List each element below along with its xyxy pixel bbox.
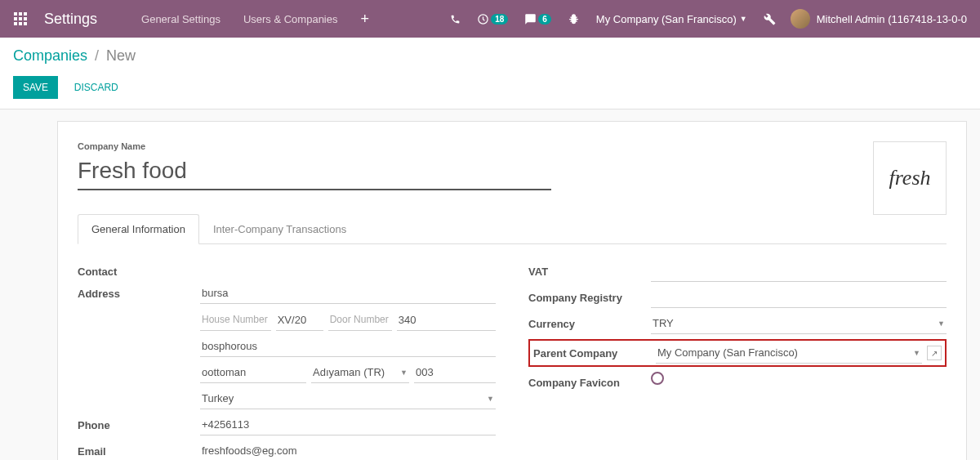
company-selector[interactable]: My Company (San Francisco) ▼ xyxy=(588,0,755,38)
door-placeholder: Door Number xyxy=(328,309,392,331)
phone-input[interactable] xyxy=(200,414,496,435)
vat-input[interactable] xyxy=(651,261,947,282)
nav-new-icon[interactable]: + xyxy=(350,11,381,28)
breadcrumb-current: New xyxy=(106,47,136,64)
vat-label: VAT xyxy=(528,261,651,278)
user-name: Mitchell Admin (1167418-13-0-0 xyxy=(817,13,967,25)
parent-company-row: Parent Company ▼ ↗ xyxy=(528,339,947,367)
nav-general-settings[interactable]: General Settings xyxy=(130,0,232,38)
email-label: Email xyxy=(78,440,200,458)
street2-input[interactable] xyxy=(200,336,496,357)
street-input[interactable] xyxy=(200,283,496,304)
company-selector-label: My Company (San Francisco) xyxy=(596,13,737,25)
nav-users-companies[interactable]: Users & Companies xyxy=(232,0,350,38)
save-button[interactable]: SAVE xyxy=(13,76,58,99)
company-logo-text: fresh xyxy=(889,166,930,190)
left-column: Contact Address . House Number Door Numb… xyxy=(78,261,496,460)
city-input[interactable] xyxy=(200,362,306,383)
tabs: General Information Inter-Company Transa… xyxy=(78,213,947,244)
house-placeholder: House Number xyxy=(200,309,271,331)
registry-input[interactable] xyxy=(651,287,947,308)
country-select[interactable] xyxy=(200,388,496,409)
avatar xyxy=(791,9,810,29)
parent-company-select[interactable] xyxy=(656,342,922,363)
activity-icon[interactable]: 18 xyxy=(469,0,516,38)
apps-icon[interactable] xyxy=(7,0,34,38)
external-link-icon[interactable]: ↗ xyxy=(927,346,942,360)
favicon-label: Company Favicon xyxy=(528,372,651,389)
registry-label: Company Registry xyxy=(528,287,651,304)
currency-select[interactable] xyxy=(651,313,947,333)
form-sheet: fresh Company Name General Information I… xyxy=(57,121,967,460)
email-input[interactable] xyxy=(200,440,496,460)
app-brand: Settings xyxy=(44,11,97,28)
debug-icon[interactable] xyxy=(559,0,588,38)
user-menu[interactable]: Mitchell Admin (1167418-13-0-0 xyxy=(784,0,973,38)
door-input[interactable] xyxy=(397,309,496,331)
tab-inter-company[interactable]: Inter-Company Transactions xyxy=(199,214,360,244)
company-name-label: Company Name xyxy=(78,141,947,151)
breadcrumb: Companies / New xyxy=(13,47,967,65)
address-label: Address xyxy=(78,283,200,300)
company-logo[interactable]: fresh xyxy=(873,141,947,215)
breadcrumb-root[interactable]: Companies xyxy=(13,47,87,64)
chevron-down-icon: ▼ xyxy=(740,15,747,23)
currency-label: Currency xyxy=(528,313,651,330)
top-nav: Settings General Settings Users & Compan… xyxy=(0,0,980,38)
contact-label: Contact xyxy=(78,261,200,278)
breadcrumb-bar: Companies / New SAVE DISCARD xyxy=(0,38,980,109)
discuss-badge: 6 xyxy=(538,14,551,25)
house-input[interactable] xyxy=(276,309,323,331)
zip-input[interactable] xyxy=(414,362,496,383)
discuss-icon[interactable]: 6 xyxy=(516,0,559,38)
right-column: VAT Company Registry Currency ▼ xyxy=(528,261,947,460)
tab-general-information[interactable]: General Information xyxy=(78,214,199,244)
favicon-upload[interactable] xyxy=(651,372,664,385)
phone-icon[interactable] xyxy=(442,0,469,38)
company-name-input[interactable] xyxy=(78,154,551,190)
state-select[interactable] xyxy=(311,362,409,382)
breadcrumb-sep: / xyxy=(95,47,99,64)
discard-button[interactable]: DISCARD xyxy=(68,76,125,99)
parent-label: Parent Company xyxy=(533,342,656,360)
phone-label: Phone xyxy=(78,414,200,431)
activity-badge: 18 xyxy=(491,14,508,25)
dev-tools-icon[interactable] xyxy=(755,0,784,38)
